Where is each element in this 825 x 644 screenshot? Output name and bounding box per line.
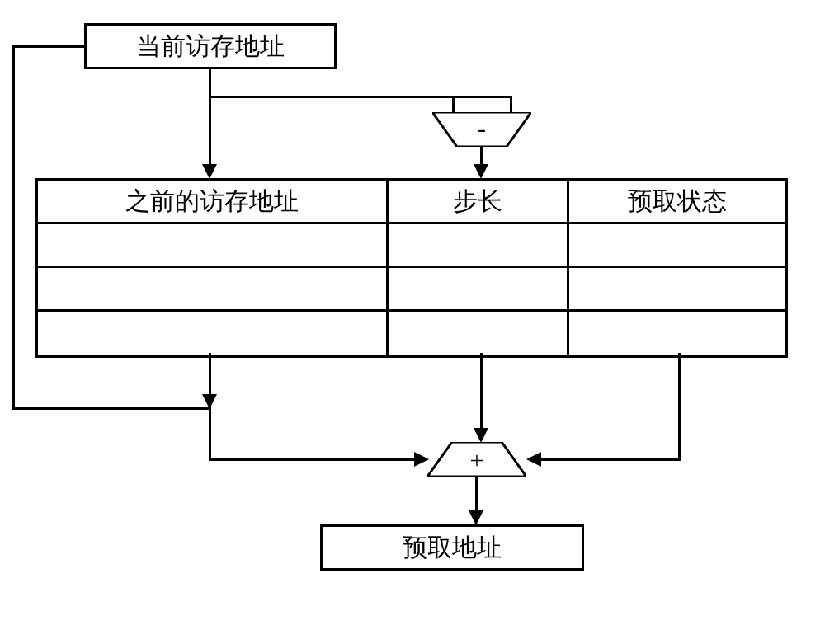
current-address-label: 当前访存地址 xyxy=(136,30,285,63)
table-cell xyxy=(389,268,569,312)
table-cell xyxy=(569,312,785,355)
prefetch-address-label: 预取地址 xyxy=(403,531,502,565)
arrowhead-down-icon xyxy=(469,510,483,525)
add-operator: + xyxy=(427,442,526,477)
subtract-operator: - xyxy=(432,112,531,147)
table-header-row: 之前的访存地址 步长 预取状态 xyxy=(38,181,785,224)
table-cell xyxy=(38,224,389,268)
table-cell xyxy=(569,224,785,268)
arrowhead-left-icon xyxy=(526,452,541,467)
table-row xyxy=(38,224,785,268)
table-cell xyxy=(389,224,569,268)
diagram-canvas: { "current_address_label": "当前访存地址", "ta… xyxy=(0,0,825,644)
arrowhead-down-icon xyxy=(202,164,217,179)
minus-icon: - xyxy=(478,115,486,142)
header-prefetch-state: 预取状态 xyxy=(569,181,785,224)
table-cell xyxy=(389,312,569,355)
arrowhead-down-icon xyxy=(474,164,488,179)
connector xyxy=(452,96,512,98)
connector xyxy=(510,96,512,113)
arrowhead-right-icon xyxy=(414,452,429,467)
connector xyxy=(209,458,417,461)
connector xyxy=(452,96,455,113)
connector xyxy=(475,477,478,513)
current-address-box: 当前访存地址 xyxy=(84,23,337,69)
connector xyxy=(209,69,211,167)
connector xyxy=(540,458,681,461)
connector xyxy=(12,45,85,48)
table-cell xyxy=(38,312,389,355)
connector xyxy=(12,407,211,410)
stride-table: 之前的访存地址 步长 预取状态 xyxy=(35,178,788,358)
connector xyxy=(12,45,15,410)
arrowhead-down-icon xyxy=(474,428,488,443)
table-cell xyxy=(569,268,785,312)
header-stride: 步长 xyxy=(389,181,569,224)
table-cell xyxy=(38,268,389,312)
header-prev-address: 之前的访存地址 xyxy=(38,181,389,224)
connector xyxy=(480,353,483,430)
table-row xyxy=(38,312,785,355)
table-row xyxy=(38,268,785,312)
prefetch-address-box: 预取地址 xyxy=(320,524,584,571)
connector xyxy=(209,407,211,461)
plus-icon: + xyxy=(470,446,484,473)
connector xyxy=(209,96,454,98)
connector xyxy=(678,353,681,460)
